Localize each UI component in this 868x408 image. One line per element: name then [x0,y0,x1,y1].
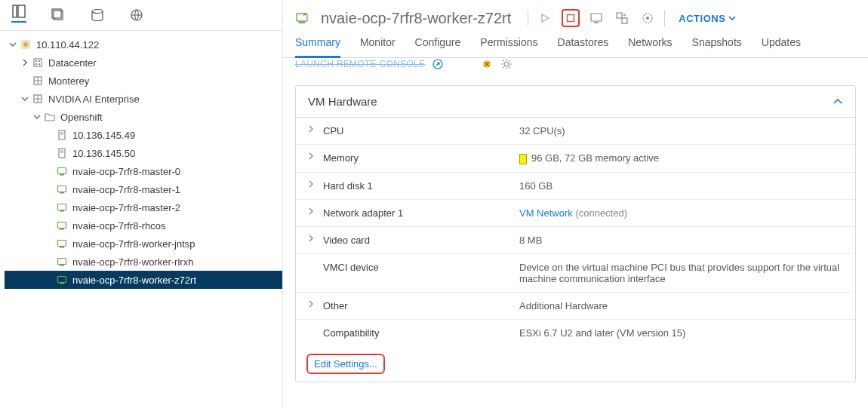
hw-value: Additional Hardware [519,300,843,311]
hw-label-text: CPU [323,125,343,137]
svg-rect-42 [594,22,599,23]
tab-permissions[interactable]: Permissions [480,36,537,57]
tree-item[interactable]: NVIDIA AI Enterprise [5,90,282,108]
tree-root-vcenter[interactable]: 10.110.44.122 [5,35,282,54]
svg-rect-29 [60,210,64,212]
caret-down-icon [8,39,18,50]
object-header: nvaie-ocp-7rfr8-worker-z72rt [283,0,868,27]
hw-label[interactable]: CPU [308,125,519,137]
tab-updates[interactable]: Updates [762,36,801,57]
hw-row: Hard disk 1160 GB [296,173,855,200]
alarm-icon[interactable] [481,58,493,70]
svg-rect-21 [59,149,65,158]
tree-item[interactable]: Monterey [5,72,282,90]
settings-gear-icon[interactable] [500,58,512,70]
storage-icon[interactable] [90,8,105,23]
datacenter-icon [32,57,44,69]
actions-menu-button[interactable]: ACTIONS [679,13,736,24]
vm-hardware-table: CPU32 CPU(s)Memory96 GB, 72 GB memory ac… [296,118,855,346]
hw-label-text: Compatibility [323,327,379,339]
hw-label[interactable]: Video card [308,235,519,246]
toolbar-separator [528,10,528,26]
tree-item[interactable]: 10.136.145.50 [5,144,282,162]
power-off-button[interactable] [562,9,580,27]
hw-label: VMCI device [308,262,519,284]
tab-datastores[interactable]: Datastores [558,36,609,57]
caret-right-icon [308,262,317,273]
svg-rect-8 [35,60,37,62]
tab-networks[interactable]: Networks [628,36,672,57]
sidebar-view-switcher [0,0,282,31]
tab-monitor[interactable]: Monitor [360,36,396,57]
tree-item-label: nvaie-ocp-7rfr8-worker-z72rt [72,275,196,286]
hw-label[interactable]: Network adapter 1 [308,207,519,219]
tab-snapshots[interactable]: Snapshots [692,36,742,57]
tree-item-label: nvaie-ocp-7rfr8-rhcos [72,220,166,232]
hw-label-text: Network adapter 1 [323,207,403,219]
tree-item[interactable]: nvaie-ocp-7rfr8-worker-z72rt [5,271,282,289]
vm-on-icon [56,238,68,250]
hw-label-text: VMCI device [323,262,379,273]
svg-rect-25 [60,174,64,176]
svg-rect-28 [58,204,66,210]
tree-item[interactable]: Openshift [5,108,282,126]
object-title: nvaie-ocp-7rfr8-worker-z72rt [321,10,511,27]
svg-point-49 [504,62,509,66]
actions-label: ACTIONS [679,13,725,24]
svg-rect-37 [60,283,64,284]
power-on-button[interactable] [536,9,554,27]
svg-rect-39 [299,22,305,23]
tab-configure[interactable]: Configure [415,36,461,57]
vm-on-icon [56,183,68,195]
migrate-button[interactable] [613,9,631,27]
svg-rect-10 [35,63,37,65]
tree-item[interactable]: nvaie-ocp-7rfr8-master-1 [5,180,282,198]
launch-console-button[interactable] [587,9,605,27]
open-external-icon[interactable] [432,59,443,69]
tree-item[interactable]: nvaie-ocp-7rfr8-master-2 [5,198,282,216]
datacenter-alt-icon [32,75,44,87]
folder-icon [44,111,56,123]
header-toolbar: ACTIONS [528,9,736,27]
svg-rect-9 [38,60,40,62]
vm-on-icon [295,11,309,25]
svg-rect-40 [568,15,574,22]
host-icon [56,129,68,141]
hw-row: OtherAdditional Hardware [296,293,855,320]
svg-rect-31 [60,229,64,230]
host-icon [56,147,68,159]
tree-item[interactable]: Datacenter [5,54,282,72]
tree-item[interactable]: nvaie-ocp-7rfr8-master-0 [5,162,282,180]
launch-remote-console-link[interactable]: LAUNCH REMOTE CONSOLE [295,59,425,69]
tree-item-label: nvaie-ocp-7rfr8-worker-jntsp [72,238,195,250]
network-link[interactable]: VM Network [519,207,573,219]
hw-label[interactable]: Other [308,300,519,311]
hw-value: 8 MB [519,235,843,246]
edit-settings-link[interactable]: Edit Settings... [306,354,385,374]
tree-item-label: 10.136.145.49 [72,130,135,141]
card-title: VM Hardware [308,95,377,108]
tree-item[interactable]: nvaie-ocp-7rfr8-worker-rlrxh [5,253,282,271]
vms-templates-icon[interactable] [51,8,66,23]
hw-label[interactable]: Memory [308,152,519,164]
hw-label-text: Other [323,300,348,311]
tree-item[interactable]: nvaie-ocp-7rfr8-worker-jntsp [5,235,282,253]
tab-summary[interactable]: Summary [295,36,340,58]
hw-value: 32 CPU(s) [519,125,843,137]
inventory-tree: 10.110.44.122 DatacenterMontereyNVIDIA A… [0,31,282,289]
vm-hardware-header[interactable]: VM Hardware [296,86,855,118]
svg-rect-43 [617,13,622,18]
hw-label[interactable]: Hard disk 1 [308,180,519,192]
networking-icon[interactable] [129,8,144,23]
vm-on-icon [56,201,68,213]
tree-item-label: NVIDIA AI Enterprise [48,94,140,105]
tree-item[interactable]: nvaie-ocp-7rfr8-rhcos [5,216,282,235]
hw-value: Device on the virtual machine PCI bus th… [519,262,843,284]
tree-item-label: Openshift [60,112,103,123]
hosts-clusters-icon[interactable] [11,8,26,23]
svg-rect-1 [18,5,25,17]
svg-rect-26 [58,186,66,192]
tree-root-label: 10.110.44.122 [36,39,99,51]
snapshot-button[interactable] [639,9,657,27]
tree-item[interactable]: 10.136.145.49 [5,126,282,144]
